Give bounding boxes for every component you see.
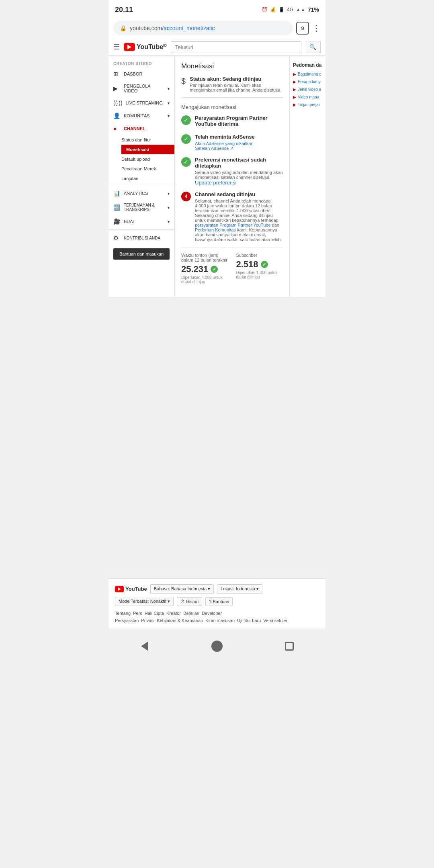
step-2-content: Telah meminta AdSense Akun AdSense yang … (195, 134, 255, 151)
step-2-check-icon: ✓ (181, 134, 191, 144)
watch-hours-value: 25.231 ✓ (181, 264, 228, 274)
chevron-down-icon: ▾ (168, 114, 170, 118)
watch-hours-stat: Waktu tonton (jam) dalam 12 bulan terakh… (181, 253, 228, 284)
step-3-content: Preferensi monetisasi sudah ditetapkan S… (195, 157, 283, 186)
subscribers-note: Diperlukan 1.000 untuk dapat ditinjau (236, 270, 283, 279)
sidebar-item-pencitraan-merek[interactable]: Pencitraan Merek (121, 164, 174, 174)
right-panel-item-1[interactable]: ▶ Bagaimana c (293, 72, 322, 76)
footer-link-uji-fitur[interactable]: Uji fitur baru (237, 618, 261, 623)
step-2-links: Akun AdSense yang dikaitkan Setelan AdSe… (195, 141, 255, 151)
chevron-right-icon: ▶ (293, 87, 296, 92)
footer-youtube-logo: YouTube (115, 586, 147, 592)
footer-link-privasi[interactable]: Privasi (141, 618, 154, 623)
sidebar-item-analytics[interactable]: 📊 ANALYTICS ▾ (108, 187, 174, 200)
dasbor-icon: ⊞ (113, 71, 121, 77)
dollar-icon: $ (181, 77, 186, 86)
footer-links-row2: Persyaratan Privasi Kebijakan & Keamanan… (115, 618, 319, 623)
address-input[interactable]: 🔒 youtube.com/account_monetizatic (113, 21, 293, 35)
sidebar-item-terjemahan[interactable]: 🔤 TERJEMAHAN & TRANSKRIPSI ▾ (108, 200, 174, 215)
step-4-content: Channel sedang ditinjau Selamat, channel… (195, 191, 283, 242)
kontribusi-label: KONTRIBUSI ANDA (124, 236, 160, 240)
watch-hours-label: Waktu tonton (jam) dalam 12 bulan terakh… (181, 253, 228, 262)
footer-link-pers[interactable]: Pers (133, 611, 142, 616)
sidebar-item-default-upload[interactable]: Default upload (121, 154, 174, 164)
sidebar-item-kontribusi[interactable]: ⚙ KONTRIBUSI ANDA (108, 231, 174, 244)
footer-link-developer[interactable]: Developer (202, 611, 222, 616)
empty-area (108, 297, 326, 578)
status-icons: ⏰ 💰 📱 4G ▲▲ 71% (262, 6, 319, 13)
chevron-down-icon: ▾ (168, 191, 170, 196)
live-streaming-label: LIVE STREAMING (126, 100, 163, 105)
signal-icon: ▲▲ (296, 7, 305, 12)
footer-link-hak-cipta[interactable]: Hak Cipta (145, 611, 164, 616)
language-button[interactable]: Bahasa: Bahasa Indonesia ▾ (150, 584, 214, 594)
adsense-account-link[interactable]: Akun AdSense yang dikaitkan (195, 141, 254, 146)
youtube-navbar: ☰ YouTubeID 🔍 (108, 39, 326, 56)
search-button[interactable]: 🔍 (305, 41, 321, 53)
sidebar-item-channel[interactable]: ● CHANNEL (108, 122, 174, 135)
step-4-number-icon: 4 (181, 192, 191, 201)
adsense-settings-link[interactable]: Setelan AdSense ↗ (195, 146, 233, 151)
page-title: Monetisasi (181, 62, 283, 70)
footer-link-persyaratan[interactable]: Persyaratan (115, 618, 139, 623)
subscribers-check-icon: ✓ (261, 261, 268, 268)
kontribusi-icon: ⚙ (113, 235, 121, 241)
sidebar-item-dasbor[interactable]: ⊞ DASBOR (108, 68, 174, 80)
sidebar-item-live-streaming[interactable]: ((·)) LIVE STREAMING ▾ (108, 96, 174, 109)
chevron-right-icon: ▶ (293, 72, 296, 76)
dasbor-label: DASBOR (124, 72, 142, 76)
step-4-title: Channel sedang ditinjau (195, 191, 283, 197)
more-button[interactable]: ⋮ (312, 23, 321, 33)
sidebar-item-lanjutan[interactable]: Lanjutan (121, 174, 174, 183)
update-preference-link[interactable]: Update preferensi (195, 180, 236, 186)
right-panel-item-2[interactable]: ▶ Berapa bany (293, 80, 322, 84)
tab-count[interactable]: 9 (296, 22, 309, 35)
footer-link-beriklan[interactable]: Beriklan (183, 611, 199, 616)
footer-link-kebijakan[interactable]: Kebijakan & Keamanan (157, 618, 203, 623)
chevron-right-icon: ▶ (293, 95, 296, 99)
search-input[interactable] (171, 41, 301, 53)
footer-link-kirim-masukan[interactable]: Kirim masukan (205, 618, 235, 623)
location-button[interactable]: Lokasi: Indonesia ▾ (217, 584, 262, 594)
right-panel: Pedoman da ▶ Bagaimana c ▶ Berapa bany ▶… (289, 56, 326, 297)
step-2-title: Telah meminta AdSense (195, 134, 255, 140)
buat-label: BUAT (124, 219, 135, 224)
help-footer-button[interactable]: ? Bantuan (205, 597, 233, 606)
right-panel-item-4[interactable]: ▶ Video mana (293, 95, 322, 99)
recents-button[interactable] (282, 639, 297, 653)
yt-partner-program-link[interactable]: persyaratan Program Partner YouTube (195, 223, 271, 227)
footer-link-versi-seluler[interactable]: Versi seluler (263, 618, 287, 623)
step-4-desc: Selamat, channel Anda telah mencapai 4.0… (195, 199, 283, 242)
battery-level: 71% (308, 6, 319, 13)
footer-link-kreator[interactable]: Kreator (166, 611, 181, 616)
help-button[interactable]: Bantuan dan masukan (113, 248, 170, 260)
community-guidelines-link[interactable]: Pedoman Komunitas (195, 227, 236, 232)
sidebar-item-status-fitur[interactable]: Status dan fitur (121, 135, 174, 145)
right-panel-item-3[interactable]: ▶ Jenis video a (293, 87, 322, 92)
komunitas-label: KOMUNITAS (124, 113, 150, 118)
status-title: Status akun: Sedang ditinjau (190, 76, 283, 82)
restricted-mode-button[interactable]: Mode Terbatas: Nonaktif ▾ (115, 597, 174, 606)
sidebar-item-monetisasi[interactable]: Monetisasi (121, 145, 174, 154)
back-button[interactable] (137, 639, 152, 653)
channel-icon: ● (113, 125, 121, 132)
step-3-title: Preferensi monetisasi sudah ditetapkan (195, 157, 283, 169)
cashpop-icon: 💰 (270, 7, 276, 12)
channel-sub-menu: Status dan fitur Monetisasi Default uplo… (108, 135, 174, 183)
status-bar: 20.11 ⏰ 💰 📱 4G ▲▲ 71% (108, 0, 326, 18)
right-panel-item-5[interactable]: ▶ Tinjau perjar (293, 102, 322, 107)
subscribers-label: Subscriber (236, 253, 283, 258)
youtube-logo-sup: ID (163, 43, 167, 47)
youtube-logo[interactable]: YouTubeID (124, 43, 167, 51)
step-3-check-icon: ✓ (181, 157, 191, 167)
footer-link-tentang[interactable]: Tentang (115, 611, 131, 616)
home-button[interactable] (210, 639, 224, 653)
history-button[interactable]: ⏱ Histori (177, 597, 202, 606)
home-icon (211, 641, 223, 652)
sidebar-item-buat[interactable]: 🎥 BUAT ▾ (108, 215, 174, 228)
hamburger-menu-icon[interactable]: ☰ (113, 43, 120, 51)
youtube-logo-text: YouTubeID (137, 43, 167, 51)
sidebar-item-komunitas[interactable]: 👤 KOMUNITAS ▾ (108, 109, 174, 122)
sidebar-item-pengelola-video[interactable]: ▶ PENGELOLA VIDEO ▾ (108, 80, 174, 96)
recents-icon (285, 642, 294, 651)
